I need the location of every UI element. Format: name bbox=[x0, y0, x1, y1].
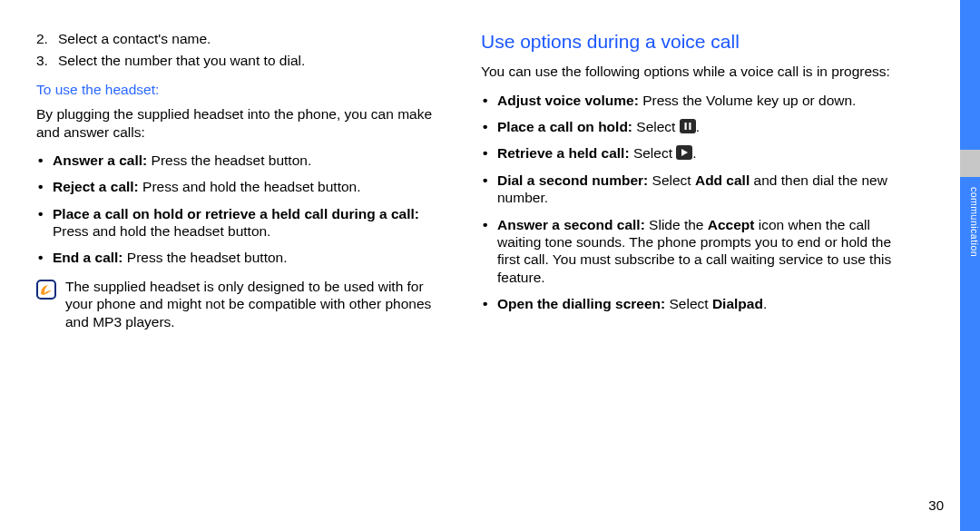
bullet-pre: Select bbox=[648, 172, 695, 188]
bullet-pre: Select bbox=[630, 145, 677, 161]
list-item: Open the dialling screen: Select Dialpad… bbox=[481, 295, 894, 312]
svg-rect-3 bbox=[689, 123, 691, 130]
bullet-rest: Press the headset button. bbox=[123, 250, 288, 265]
bullet-rest: Press and hold the headset button. bbox=[53, 223, 270, 239]
bullet-rest: Press the headset button. bbox=[147, 152, 311, 168]
step-2: 2. Select a contact's name. bbox=[36, 30, 449, 47]
note-icon bbox=[36, 280, 56, 300]
note-text: The supplied headset is only designed to… bbox=[65, 278, 449, 330]
list-item: Place a call on hold or retrieve a held … bbox=[36, 205, 449, 241]
list-item: Retrieve a held call: Select . bbox=[481, 144, 894, 162]
step-text: Select a contact's name. bbox=[58, 30, 211, 47]
bullet-bold: Open the dialling screen: bbox=[497, 296, 665, 311]
headset-intro: By plugging the supplied headset into th… bbox=[36, 105, 449, 141]
bullet-bold: Answer a second call: bbox=[497, 217, 645, 232]
list-item: Answer a second call: Slide the Accept i… bbox=[481, 216, 894, 287]
list-item: Reject a call: Press and hold the headse… bbox=[36, 178, 449, 195]
bullet-bold: Dial a second number: bbox=[497, 172, 648, 188]
bullet-mid-bold: Accept bbox=[708, 217, 755, 232]
resume-icon bbox=[676, 145, 692, 160]
step-text: Select the number that you want to dial. bbox=[58, 52, 305, 69]
page-content: 2. Select a contact's name. 3. Select th… bbox=[0, 0, 980, 330]
bullet-pre: Select bbox=[632, 119, 680, 134]
sub-heading: To use the headset: bbox=[36, 81, 449, 98]
svg-rect-2 bbox=[684, 123, 686, 130]
svg-rect-0 bbox=[37, 280, 55, 299]
options-intro: You can use the following options while … bbox=[481, 63, 894, 80]
bullet-post: . bbox=[696, 119, 700, 134]
right-column: Use options during a voice call You can … bbox=[481, 30, 916, 330]
page-number: 30 bbox=[928, 497, 944, 515]
list-item: End a call: Press the headset button. bbox=[36, 249, 449, 266]
bullet-rest: Press and hold the headset button. bbox=[139, 179, 361, 194]
bullet-bold: Place a call on hold or retrieve a held … bbox=[53, 206, 419, 221]
bullet-rest: Press the Volume key up or down. bbox=[639, 93, 857, 108]
bullet-bold: End a call: bbox=[53, 250, 123, 265]
bullet-mid-bold: Add call bbox=[695, 172, 750, 188]
left-column: 2. Select a contact's name. 3. Select th… bbox=[36, 30, 472, 330]
bullet-bold: Reject a call: bbox=[53, 179, 139, 194]
list-item: Answer a call: Press the headset button. bbox=[36, 152, 449, 169]
bullet-pre: Slide the bbox=[645, 217, 708, 232]
list-item: Dial a second number: Select Add call an… bbox=[481, 172, 894, 207]
bullet-post: . bbox=[763, 296, 767, 311]
headset-bullets: Answer a call: Press the headset button.… bbox=[36, 152, 449, 267]
bullet-post: . bbox=[692, 145, 696, 161]
bullet-pre: Select bbox=[665, 296, 712, 311]
step-3: 3. Select the number that you want to di… bbox=[36, 52, 449, 69]
sidebar-tab-top bbox=[960, 0, 980, 150]
options-bullets: Adjust voice volume: Press the Volume ke… bbox=[481, 92, 894, 313]
list-item: Place a call on hold: Select . bbox=[481, 118, 894, 135]
list-item: Adjust voice volume: Press the Volume ke… bbox=[481, 92, 894, 109]
svg-rect-1 bbox=[680, 119, 696, 133]
bullet-bold: Adjust voice volume: bbox=[497, 93, 639, 108]
sidebar-label: communication bbox=[960, 182, 980, 257]
bullet-bold: Answer a call: bbox=[53, 152, 147, 168]
hold-icon bbox=[680, 119, 696, 133]
bullet-bold: Retrieve a held call: bbox=[497, 145, 630, 161]
step-number: 3. bbox=[36, 52, 58, 69]
note-box: The supplied headset is only designed to… bbox=[36, 278, 449, 330]
bullet-mid-bold: Dialpad bbox=[712, 296, 763, 311]
section-heading: Use options during a voice call bbox=[481, 30, 894, 54]
step-number: 2. bbox=[36, 30, 58, 47]
sidebar-tab-notch bbox=[960, 150, 980, 177]
bullet-bold: Place a call on hold: bbox=[497, 119, 632, 134]
